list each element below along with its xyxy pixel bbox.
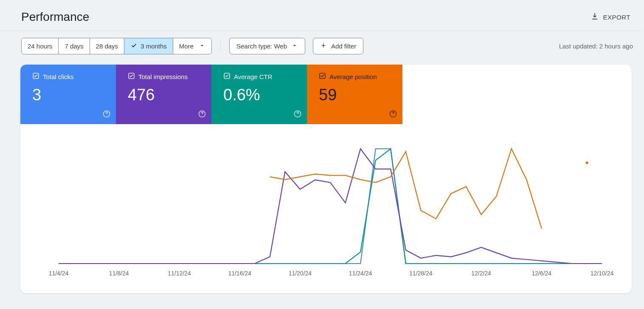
svg-text:11/4/24: 11/4/24 [49, 270, 69, 277]
search-type-dropdown[interactable]: Search type: Web [229, 38, 305, 54]
svg-point-11 [393, 116, 394, 116]
svg-text:11/8/24: 11/8/24 [109, 270, 129, 277]
svg-text:11/12/24: 11/12/24 [168, 270, 191, 277]
metric-total-impressions[interactable]: Total impressions 476 [116, 65, 211, 124]
metric-label: Total impressions [138, 73, 188, 80]
last-updated: Last updated: 2 hours ago [559, 43, 637, 50]
performance-chart[interactable]: 11/4/2411/8/2411/12/2411/16/2411/20/2411… [37, 145, 615, 281]
export-button[interactable]: EXPORT [591, 12, 635, 22]
date-range-segmented: 24 hours 7 days 28 days 3 months More [21, 38, 212, 54]
plus-icon [320, 42, 327, 50]
metric-value: 476 [128, 86, 205, 104]
help-icon[interactable] [102, 110, 111, 120]
checkbox-checked-icon [32, 72, 39, 81]
metric-label: Average position [329, 73, 377, 80]
metric-total-clicks[interactable]: Total clicks 3 [20, 65, 116, 124]
metric-tiles: Total clicks 3 Total impressions 476 [20, 65, 632, 124]
range-option-28d[interactable]: 28 days [90, 38, 125, 54]
svg-point-2 [107, 116, 107, 116]
metric-label: Total clicks [43, 73, 74, 80]
checkbox-checked-icon [128, 72, 135, 81]
chevron-down-icon [199, 42, 205, 50]
svg-text:11/16/24: 11/16/24 [228, 270, 251, 277]
metric-label: Average CTR [234, 73, 273, 80]
svg-point-5 [202, 116, 202, 116]
metric-average-position[interactable]: Average position 59 [307, 65, 402, 124]
svg-point-8 [298, 116, 298, 116]
metric-value: 0.6% [223, 86, 300, 104]
export-label: EXPORT [603, 14, 630, 21]
svg-text:11/20/24: 11/20/24 [289, 270, 312, 277]
svg-text:11/24/24: 11/24/24 [349, 270, 372, 277]
range-option-24h[interactable]: 24 hours [22, 38, 59, 54]
range-option-3m[interactable]: 3 months [124, 38, 173, 54]
performance-card: Total clicks 3 Total impressions 476 [20, 65, 632, 293]
download-icon [591, 12, 599, 22]
svg-text:11/28/24: 11/28/24 [409, 270, 433, 277]
svg-text:12/6/24: 12/6/24 [532, 270, 551, 277]
metric-value: 3 [32, 86, 109, 104]
add-filter-button[interactable]: Add filter [313, 38, 363, 54]
metric-value: 59 [319, 86, 396, 104]
svg-text:12/2/24: 12/2/24 [471, 270, 491, 277]
range-option-more[interactable]: More [173, 38, 211, 54]
divider [220, 40, 221, 52]
svg-point-22 [585, 162, 588, 164]
chevron-down-icon [291, 42, 298, 50]
svg-text:12/10/24: 12/10/24 [591, 270, 614, 277]
page-title: Performance [21, 10, 89, 24]
help-icon[interactable] [389, 110, 397, 120]
help-icon[interactable] [198, 110, 206, 120]
checkbox-checked-icon [223, 72, 231, 81]
checkbox-checked-icon [319, 72, 326, 81]
range-option-7d[interactable]: 7 days [59, 38, 90, 54]
check-icon [130, 42, 137, 50]
metric-average-ctr[interactable]: Average CTR 0.6% [211, 65, 307, 124]
help-icon[interactable] [293, 110, 302, 120]
